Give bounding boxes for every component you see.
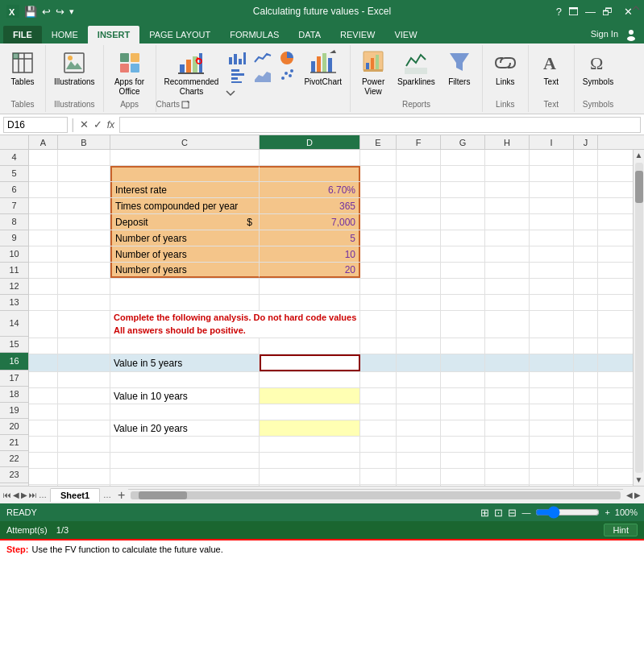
row-header-14[interactable]: 14 [0, 311, 28, 337]
cell-i22[interactable] [530, 453, 574, 468]
cell-h20[interactable] [485, 420, 530, 436]
col-header-i[interactable]: I [530, 135, 574, 149]
cell-h15[interactable] [485, 338, 530, 354]
pie-chart-button[interactable] [276, 50, 297, 66]
cell-j7[interactable] [574, 198, 598, 213]
cell-h9[interactable] [485, 230, 530, 246]
cell-j12[interactable] [574, 279, 598, 294]
undo-icon[interactable]: ↩ [42, 6, 51, 18]
cell-b17[interactable] [58, 372, 110, 387]
cell-g22[interactable] [441, 453, 485, 468]
vscroll-track[interactable] [635, 163, 643, 473]
cell-g6[interactable] [441, 182, 485, 197]
cell-h13[interactable] [485, 295, 530, 310]
cell-e10[interactable] [360, 246, 397, 262]
cell-i20[interactable] [530, 420, 574, 436]
cell-i8[interactable] [530, 214, 574, 230]
row-header-6[interactable]: 6 [0, 182, 28, 198]
cell-h16[interactable] [485, 354, 530, 371]
vscroll-up-button[interactable]: ▲ [635, 150, 643, 161]
cell-h17[interactable] [485, 372, 530, 387]
col-header-c[interactable]: C [110, 135, 260, 149]
cell-f5[interactable] [397, 166, 441, 181]
cell-e5[interactable] [360, 166, 397, 181]
row-header-9[interactable]: 9 [0, 230, 28, 246]
row-header-23[interactable]: 23 [0, 467, 28, 483]
power-view-button[interactable]: PowerView [355, 48, 391, 98]
cell-a23[interactable] [29, 469, 58, 484]
cell-f10[interactable] [397, 246, 441, 262]
cell-j22[interactable] [574, 453, 598, 468]
zoom-plus-button[interactable]: + [605, 507, 609, 517]
cell-e11[interactable] [360, 263, 397, 278]
cell-j17[interactable] [574, 372, 598, 387]
cell-b16[interactable] [58, 354, 110, 371]
normal-view-icon[interactable]: ⊞ [480, 507, 489, 519]
cell-i23[interactable] [530, 469, 574, 484]
sheet-more-button[interactable]: … [39, 491, 47, 499]
cell-e14[interactable] [360, 311, 397, 337]
cell-a18[interactable] [29, 388, 58, 404]
cell-g14[interactable] [441, 311, 485, 337]
cell-f15[interactable] [397, 338, 441, 354]
sign-in-link[interactable]: Sign In [584, 26, 625, 42]
tab-home[interactable]: HOME [42, 26, 88, 43]
cell-i6[interactable] [530, 182, 574, 197]
cell-f16[interactable] [397, 354, 441, 371]
cell-g9[interactable] [441, 230, 485, 246]
cell-a22[interactable] [29, 453, 58, 468]
cell-a19[interactable] [29, 404, 58, 420]
cell-g11[interactable] [441, 263, 485, 278]
cell-c9[interactable]: Number of years [110, 230, 260, 246]
cell-d11[interactable]: 20 [260, 263, 360, 278]
cell-h23[interactable] [485, 469, 530, 484]
cell-c14-instruction[interactable]: Complete the following analysis. Do not … [110, 311, 360, 337]
cell-e7[interactable] [360, 198, 397, 213]
cell-g12[interactable] [441, 279, 485, 294]
cell-h12[interactable] [485, 279, 530, 294]
cell-d13[interactable] [260, 295, 360, 310]
cell-j10[interactable] [574, 246, 598, 262]
cell-i11[interactable] [530, 263, 574, 278]
cell-d24[interactable] [260, 485, 360, 486]
save-icon[interactable]: 💾 [24, 6, 37, 18]
ribbon-collapse-button[interactable] [629, 2, 642, 17]
customize-icon[interactable]: ▾ [69, 6, 74, 17]
cell-j4[interactable] [574, 150, 598, 165]
cell-j23[interactable] [574, 469, 598, 484]
pivot-chart-button[interactable]: PivotChart [301, 48, 345, 98]
cell-e15[interactable] [360, 338, 397, 354]
cell-b19[interactable] [58, 404, 110, 420]
cell-i13[interactable] [530, 295, 574, 310]
vscroll-down-button[interactable]: ▼ [635, 474, 643, 486]
hscroll-track[interactable] [131, 491, 621, 499]
cell-c22[interactable] [110, 453, 260, 468]
cell-c23[interactable] [110, 469, 260, 484]
tab-view[interactable]: VIEW [384, 26, 426, 43]
cell-g21[interactable] [441, 437, 485, 452]
cell-a4[interactable] [29, 150, 58, 165]
cell-b10[interactable] [58, 246, 110, 262]
cell-a10[interactable] [29, 246, 58, 262]
cell-a9[interactable] [29, 230, 58, 246]
cell-e9[interactable] [360, 230, 397, 246]
cell-d22[interactable] [260, 453, 360, 468]
sheet-prev-button[interactable]: ◀ [13, 491, 19, 499]
cell-f18[interactable] [397, 388, 441, 404]
cell-j11[interactable] [574, 263, 598, 278]
illustrations-button[interactable]: Illustrations [51, 48, 98, 98]
col-header-d[interactable]: D [260, 135, 360, 149]
cell-d7[interactable]: 365 [260, 198, 360, 213]
cell-d9[interactable]: 5 [260, 230, 360, 246]
cell-i5[interactable] [530, 166, 574, 181]
confirm-formula-button[interactable]: ✓ [92, 118, 104, 130]
cell-j16[interactable] [574, 354, 598, 371]
row-header-16[interactable]: 16 [0, 353, 28, 371]
cell-c5[interactable] [110, 166, 260, 181]
cancel-formula-button[interactable]: ✕ [78, 118, 90, 130]
col-header-f[interactable]: F [397, 135, 441, 149]
cell-i18[interactable] [530, 388, 574, 404]
col-header-j[interactable]: J [574, 135, 598, 149]
cell-a20[interactable] [29, 420, 58, 436]
cell-i19[interactable] [530, 404, 574, 420]
